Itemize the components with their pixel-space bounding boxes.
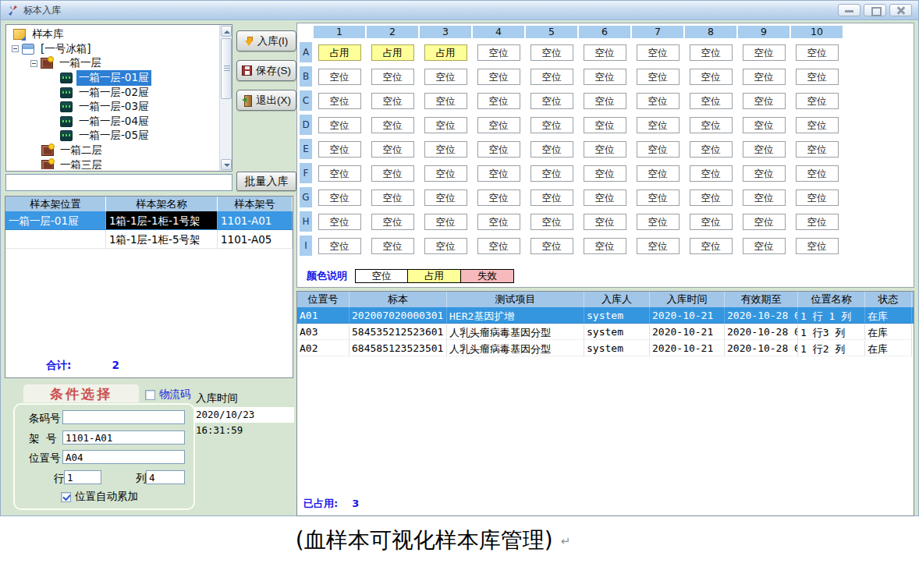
- slot-empty[interactable]: 空位: [743, 165, 786, 182]
- slot-empty[interactable]: 空位: [424, 93, 467, 109]
- slot-empty[interactable]: 空位: [690, 93, 733, 109]
- slot-empty[interactable]: 空位: [584, 44, 626, 61]
- rack-column-header[interactable]: 样本架名称: [106, 197, 218, 211]
- slot-empty[interactable]: 空位: [796, 238, 839, 254]
- slot-empty[interactable]: 空位: [424, 117, 467, 133]
- checkbox-unchecked-icon[interactable]: [145, 390, 155, 400]
- slot-empty[interactable]: 空位: [796, 141, 839, 158]
- slot-empty[interactable]: 空位: [584, 69, 626, 85]
- slot-empty[interactable]: 空位: [690, 190, 733, 206]
- slot-empty[interactable]: 空位: [424, 214, 467, 230]
- slot-empty[interactable]: 空位: [530, 141, 573, 158]
- sample-table-row[interactable]: A03584535212523601人乳头瘤病毒基因分型system2020-1…: [297, 324, 914, 340]
- sample-column-header[interactable]: 有效期至: [725, 292, 798, 307]
- slot-empty[interactable]: 空位: [743, 190, 786, 206]
- scroll-thumb[interactable]: [221, 38, 232, 99]
- maximize-button[interactable]: [864, 4, 886, 16]
- slot-empty[interactable]: 空位: [318, 165, 361, 182]
- slot-empty[interactable]: 空位: [796, 214, 839, 230]
- sample-table-row[interactable]: A02684585123523501人乳头瘤病毒基因分型system2020-1…: [297, 340, 914, 356]
- slot-empty[interactable]: 空位: [743, 238, 786, 254]
- slot-empty[interactable]: 空位: [477, 117, 520, 133]
- collapse-icon[interactable]: [30, 60, 37, 67]
- slot-empty[interactable]: 空位: [530, 69, 573, 85]
- slot-occupied[interactable]: 占用: [371, 44, 414, 61]
- slot-empty[interactable]: 空位: [584, 214, 626, 230]
- tree-item[interactable]: 一箱一层-02屉: [9, 85, 218, 100]
- tab-condition-select[interactable]: 条件选择: [23, 384, 140, 402]
- slot-empty[interactable]: 空位: [584, 190, 626, 206]
- rack-table-row[interactable]: 一箱一层-01屉1箱-1层-1柜-1号架1101-A01: [5, 211, 293, 230]
- close-button[interactable]: [889, 4, 912, 16]
- slot-empty[interactable]: 空位: [690, 141, 733, 158]
- slot-empty[interactable]: 空位: [371, 214, 414, 230]
- checkbox-checked-icon[interactable]: [61, 492, 71, 502]
- slot-empty[interactable]: 空位: [371, 117, 414, 133]
- slot-empty[interactable]: 空位: [637, 69, 679, 85]
- slot-empty[interactable]: 空位: [796, 165, 839, 182]
- logistics-code-checkbox[interactable]: 物流码: [145, 388, 191, 402]
- batch-stock-in-button[interactable]: 批量入库: [236, 172, 296, 191]
- slot-empty[interactable]: 空位: [743, 69, 786, 85]
- slot-empty[interactable]: 空位: [477, 165, 520, 182]
- auto-increment-checkbox[interactable]: 位置自动累加: [61, 490, 138, 504]
- slot-empty[interactable]: 空位: [584, 117, 626, 133]
- stock-in-button[interactable]: 入库(I): [236, 30, 296, 51]
- slot-empty[interactable]: 空位: [530, 238, 573, 254]
- slot-empty[interactable]: 空位: [690, 44, 733, 61]
- slot-empty[interactable]: 空位: [424, 238, 467, 254]
- slot-empty[interactable]: 空位: [584, 238, 626, 254]
- tree-item[interactable]: 一箱一层-05屉: [9, 129, 218, 143]
- slot-empty[interactable]: 空位: [584, 141, 626, 158]
- slot-empty[interactable]: 空位: [796, 69, 839, 85]
- slot-empty[interactable]: 空位: [477, 44, 520, 61]
- slot-empty[interactable]: 空位: [477, 190, 520, 206]
- slot-empty[interactable]: 空位: [637, 93, 679, 109]
- slot-empty[interactable]: 空位: [530, 165, 573, 182]
- slot-empty[interactable]: 空位: [796, 190, 839, 206]
- position-no-input[interactable]: [62, 450, 185, 464]
- sample-column-header[interactable]: 标本: [350, 292, 447, 307]
- slot-empty[interactable]: 空位: [318, 69, 361, 85]
- slot-empty[interactable]: 空位: [637, 165, 679, 182]
- rack-column-header[interactable]: 样本架位置: [5, 197, 106, 211]
- slot-empty[interactable]: 空位: [371, 141, 414, 158]
- slot-empty[interactable]: 空位: [743, 214, 786, 230]
- slot-empty[interactable]: 空位: [530, 93, 573, 109]
- slot-empty[interactable]: 空位: [477, 69, 520, 85]
- slot-empty[interactable]: 空位: [690, 117, 733, 133]
- titlebar[interactable]: 标本入库: [1, 1, 918, 20]
- slot-empty[interactable]: 空位: [530, 214, 573, 230]
- save-button[interactable]: 保存(S): [236, 60, 296, 81]
- slot-empty[interactable]: 空位: [690, 165, 733, 182]
- slot-empty[interactable]: 空位: [477, 141, 520, 158]
- slot-empty[interactable]: 空位: [637, 190, 679, 206]
- tree-item[interactable]: 一箱三层: [9, 158, 218, 169]
- tree-item[interactable]: 一箱一层-01屉: [9, 71, 218, 86]
- sample-column-header[interactable]: 测试项目: [447, 292, 584, 307]
- slot-empty[interactable]: 空位: [318, 214, 361, 230]
- slot-empty[interactable]: 空位: [743, 117, 786, 133]
- slot-empty[interactable]: 空位: [796, 117, 839, 133]
- sample-column-header[interactable]: 位置号: [297, 292, 350, 307]
- slot-empty[interactable]: 空位: [637, 117, 679, 133]
- sample-column-header[interactable]: 入库时间: [650, 292, 725, 307]
- tree-item[interactable]: 一箱二层: [9, 143, 218, 158]
- tree-root[interactable]: 样本库: [9, 27, 218, 42]
- slot-empty[interactable]: 空位: [530, 44, 573, 61]
- slot-empty[interactable]: 空位: [530, 117, 573, 133]
- scroll-up-icon[interactable]: [221, 26, 232, 37]
- slot-empty[interactable]: 空位: [424, 141, 467, 158]
- slot-empty[interactable]: 空位: [743, 141, 786, 158]
- slot-empty[interactable]: 空位: [637, 238, 679, 254]
- slot-empty[interactable]: 空位: [530, 190, 573, 206]
- sample-column-header[interactable]: 位置名称: [798, 292, 865, 307]
- slot-empty[interactable]: 空位: [796, 93, 839, 109]
- tree-scrollbar[interactable]: [219, 25, 232, 171]
- slot-empty[interactable]: 空位: [477, 238, 520, 254]
- rack-column-header[interactable]: 样本架号: [218, 197, 293, 211]
- row-input[interactable]: [64, 470, 101, 484]
- slot-occupied[interactable]: 占用: [424, 44, 467, 61]
- slot-empty[interactable]: 空位: [318, 141, 361, 158]
- rack-no-input[interactable]: [62, 430, 185, 445]
